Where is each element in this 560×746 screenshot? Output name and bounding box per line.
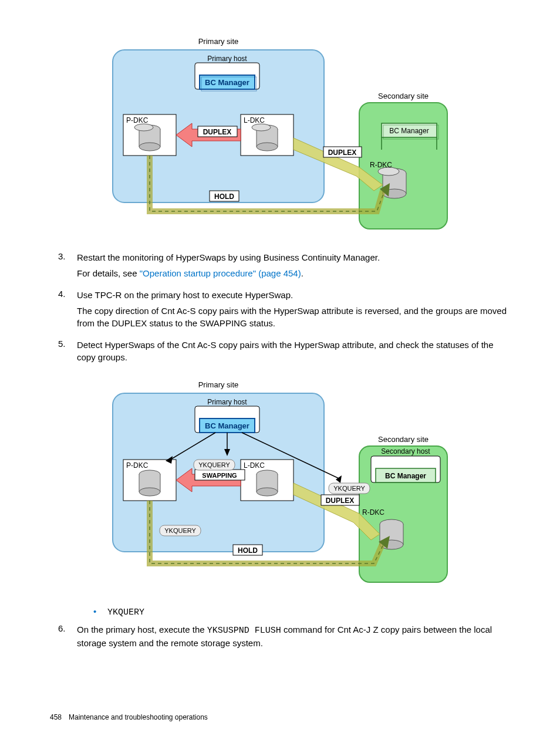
- svg-text:HOLD: HOLD: [214, 193, 234, 201]
- step-6: 6. On the primary host, execute the YKSU…: [50, 623, 510, 653]
- svg-text:Primary site: Primary site: [198, 380, 239, 389]
- svg-text:Primary host: Primary host: [207, 55, 247, 63]
- svg-text:P-DKC: P-DKC: [126, 461, 149, 470]
- svg-text:Secondary site: Secondary site: [378, 435, 429, 444]
- svg-point-21: [257, 143, 278, 151]
- bullet-list: YKQUERY: [93, 606, 510, 617]
- svg-text:DUPLEX: DUPLEX: [326, 497, 355, 505]
- svg-text:BC Manager: BC Manager: [205, 421, 249, 430]
- svg-text:R-DKC: R-DKC: [362, 508, 384, 517]
- svg-text:P-DKC: P-DKC: [126, 116, 149, 124]
- svg-text:YKQUERY: YKQUERY: [333, 485, 365, 492]
- svg-text:BC Manager: BC Manager: [205, 78, 249, 87]
- step-3: 3. Restart the monitoring of HyperSwaps …: [50, 251, 510, 283]
- step-text: For details, see: [77, 268, 140, 278]
- svg-text:BC Manager: BC Manager: [389, 127, 429, 135]
- step-list: 3. Restart the monitoring of HyperSwaps …: [50, 251, 510, 367]
- page-footer: 458Maintenance and troubleshooting opera…: [50, 713, 208, 721]
- step-list-continued: 6. On the primary host, execute the YKSU…: [50, 623, 510, 653]
- svg-point-22: [252, 124, 271, 131]
- svg-text:L-DKC: L-DKC: [244, 461, 265, 470]
- step-number: 3.: [50, 251, 77, 283]
- bullet-item: YKQUERY: [93, 606, 510, 617]
- svg-text:YKQUERY: YKQUERY: [164, 527, 196, 534]
- svg-text:Primary host: Primary host: [207, 398, 247, 406]
- svg-text:DUPLEX: DUPLEX: [328, 148, 357, 157]
- page-number: 458: [50, 713, 62, 721]
- step-number: 5.: [50, 339, 77, 367]
- command-name: YKQUERY: [107, 607, 144, 617]
- svg-text:L-DKC: L-DKC: [244, 116, 265, 124]
- step-text: On the primary host, execute the: [77, 625, 207, 634]
- step-text: Detect HyperSwaps of the Cnt Ac-S copy p…: [77, 340, 494, 362]
- svg-text:Secondary host: Secondary host: [381, 447, 430, 455]
- step-text: Restart the monitoring of HyperSwaps by …: [77, 252, 380, 262]
- svg-text:SWAPPING: SWAPPING: [202, 472, 237, 479]
- svg-text:HOLD: HOLD: [238, 546, 258, 555]
- svg-text:Secondary site: Secondary site: [378, 92, 429, 100]
- step-4: 4. Use TPC-R on the primary host to exec…: [50, 289, 510, 333]
- svg-marker-74: [336, 475, 342, 483]
- step-number: 6.: [50, 623, 77, 653]
- diagram-1: Primary site Primary host BC Manager Sec…: [50, 35, 510, 237]
- step-5: 5. Detect HyperSwaps of the Cnt Ac-S cop…: [50, 339, 510, 367]
- svg-text:BC Manager: BC Manager: [385, 472, 426, 480]
- svg-text:YKQUERY: YKQUERY: [198, 461, 230, 468]
- command-name: YKSUSPND FLUSH: [207, 626, 281, 636]
- diagram-2: Primary site Primary host BC Manager Sec…: [50, 379, 510, 592]
- step-text: Use TPC-R on the primary host to execute…: [77, 290, 293, 300]
- footer-title: Maintenance and troubleshooting operatio…: [69, 713, 208, 721]
- step-text: The copy direction of Cnt Ac-S copy pair…: [77, 306, 507, 328]
- svg-point-16: [134, 124, 153, 131]
- svg-text:R-DKC: R-DKC: [370, 161, 392, 169]
- svg-point-15: [139, 143, 160, 151]
- step-number: 4.: [50, 289, 77, 333]
- svg-text:DUPLEX: DUPLEX: [203, 128, 232, 136]
- cross-reference-link[interactable]: "Operation startup procedure" (page 454): [140, 268, 301, 278]
- svg-text:Primary site: Primary site: [198, 37, 239, 46]
- svg-point-58: [139, 488, 160, 496]
- svg-point-63: [257, 488, 278, 496]
